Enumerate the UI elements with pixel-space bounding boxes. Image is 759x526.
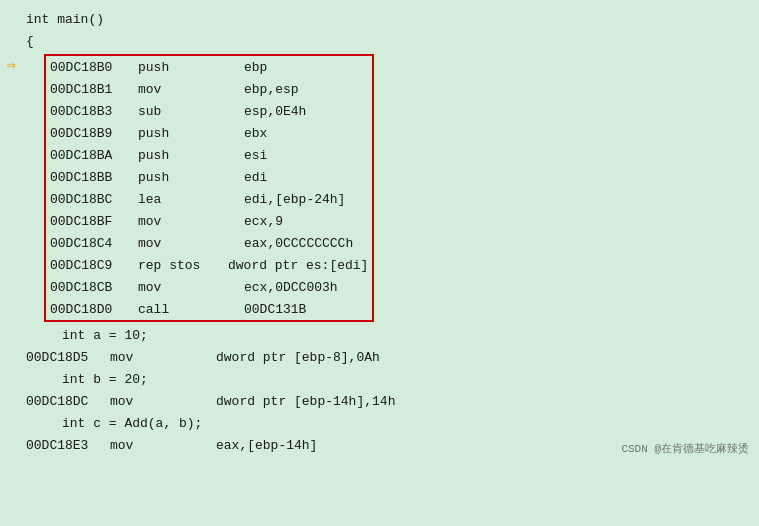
operand: ebx — [220, 126, 267, 141]
source-int-b: int b = 20; — [0, 368, 759, 390]
addr: 00DC18D5 — [22, 350, 102, 365]
asm-line-00DC18B9: 00DC18B9 push ebx — [46, 122, 372, 144]
asm-line-00DC18D0: 00DC18D0 call 00DC131B — [46, 298, 372, 320]
operand: edi,[ebp-24h] — [220, 192, 345, 207]
operand: ecx,9 — [220, 214, 283, 229]
addr: 00DC18C4 — [50, 236, 130, 251]
addr: 00DC18E3 — [22, 438, 102, 453]
asm-line-00DC18B0: 00DC18B0 push ebp — [46, 56, 372, 78]
instr: push — [130, 60, 220, 75]
operand: ebp,esp — [220, 82, 299, 97]
addr: 00DC18B1 — [50, 82, 130, 97]
operand: ebp — [220, 60, 267, 75]
asm-line-00DC18B3: 00DC18B3 sub esp,0E4h — [46, 100, 372, 122]
instr: mov — [130, 214, 220, 229]
operand: dword ptr [ebp-14h],14h — [192, 394, 395, 409]
asm-line-00DC18CB: 00DC18CB mov ecx,0DCC003h — [46, 276, 372, 298]
asm-line-00DC18C4: 00DC18C4 mov eax,0CCCCCCCCh — [46, 232, 372, 254]
asm-line-00DC18BC: 00DC18BC lea edi,[ebp-24h] — [46, 188, 372, 210]
current-line-arrow: ⇒ — [0, 52, 22, 75]
source-text: { — [22, 34, 34, 49]
addr: 00DC18B0 — [50, 60, 130, 75]
asm-line-00DC18DC: 00DC18DC mov dword ptr [ebp-14h],14h — [0, 390, 759, 412]
instr: rep stos — [130, 258, 220, 273]
instr: push — [130, 126, 220, 141]
instr: mov — [102, 438, 192, 453]
source-int-c: int c = Add(a, b); — [0, 412, 759, 434]
addr: 00DC18B3 — [50, 104, 130, 119]
instr: mov — [102, 394, 192, 409]
operand: esp,0E4h — [220, 104, 306, 119]
asm-line-00DC18D5: 00DC18D5 mov dword ptr [ebp-8],0Ah — [0, 346, 759, 368]
addr: 00DC18CB — [50, 280, 130, 295]
instr: call — [130, 302, 220, 317]
addr: 00DC18DC — [22, 394, 102, 409]
source-text: int main() — [22, 12, 104, 27]
addr: 00DC18BB — [50, 170, 130, 185]
operand: eax,[ebp-14h] — [192, 438, 317, 453]
asm-line-00DC18BF: 00DC18BF mov ecx,9 — [46, 210, 372, 232]
operand: ecx,0DCC003h — [220, 280, 338, 295]
highlighted-asm-block: 00DC18B0 push ebp 00DC18B1 mov ebp,esp 0… — [44, 54, 374, 322]
source-text: int c = Add(a, b); — [22, 416, 202, 431]
source-text: int b = 20; — [22, 372, 148, 387]
addr: 00DC18BF — [50, 214, 130, 229]
instr: sub — [130, 104, 220, 119]
instr: mov — [130, 236, 220, 251]
operand: edi — [220, 170, 267, 185]
operand: dword ptr [ebp-8],0Ah — [192, 350, 380, 365]
line-brace-open: { — [0, 30, 759, 52]
operand: 00DC131B — [220, 302, 306, 317]
asm-line-00DC18C9: 00DC18C9 rep stos dword ptr es:[edi] — [46, 254, 372, 276]
instr: push — [130, 148, 220, 163]
asm-line-00DC18BA: 00DC18BA push esi — [46, 144, 372, 166]
instr: mov — [102, 350, 192, 365]
source-text: int a = 10; — [22, 328, 148, 343]
addr: 00DC18D0 — [50, 302, 130, 317]
addr: 00DC18BC — [50, 192, 130, 207]
source-int-a: int a = 10; — [0, 324, 759, 346]
addr: 00DC18BA — [50, 148, 130, 163]
instr: mov — [130, 82, 220, 97]
instr: lea — [130, 192, 220, 207]
operand: esi — [220, 148, 267, 163]
asm-line-00DC18BB: 00DC18BB push edi — [46, 166, 372, 188]
line-int-main: int main() — [0, 8, 759, 30]
addr: 00DC18B9 — [50, 126, 130, 141]
code-container: int main() { ⇒ 00DC18B0 push ebp 00DC18B… — [0, 0, 759, 464]
watermark: CSDN @在肯德基吃麻辣烫 — [621, 441, 749, 456]
instr: mov — [130, 280, 220, 295]
instr: push — [130, 170, 220, 185]
asm-line-00DC18B1: 00DC18B1 mov ebp,esp — [46, 78, 372, 100]
operand: eax,0CCCCCCCCh — [220, 236, 353, 251]
operand: dword ptr es:[edi] — [220, 258, 368, 273]
addr: 00DC18C9 — [50, 258, 130, 273]
